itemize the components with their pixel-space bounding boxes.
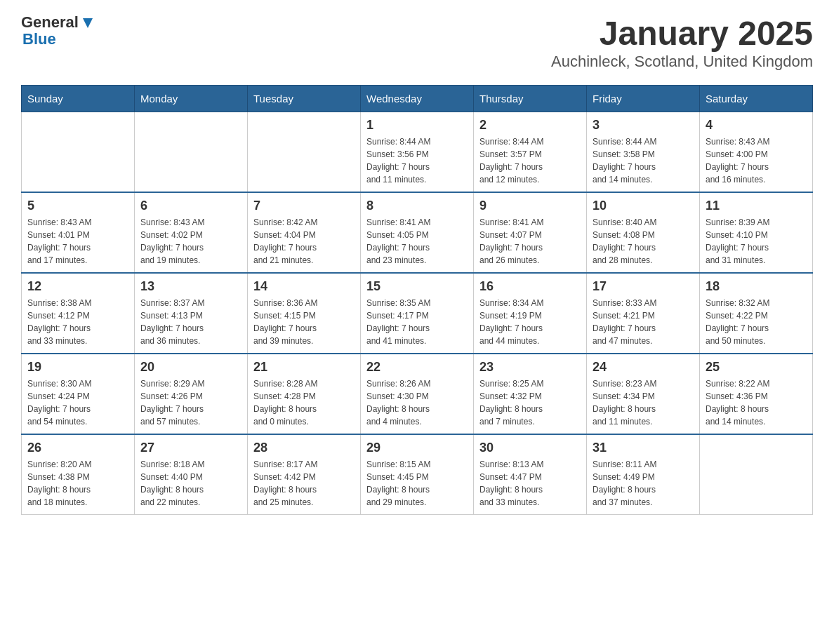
calendar-day-cell	[700, 434, 813, 515]
day-number: 29	[366, 441, 468, 455]
day-number: 5	[27, 199, 128, 213]
day-info: Sunrise: 8:44 AMSunset: 3:58 PMDaylight:…	[593, 135, 694, 186]
day-number: 13	[140, 279, 241, 294]
calendar-day-cell	[248, 112, 361, 193]
calendar-day-cell: 30Sunrise: 8:13 AMSunset: 4:47 PMDayligh…	[474, 434, 587, 515]
logo-triangle-icon	[80, 15, 95, 31]
calendar-week-row: 5Sunrise: 8:43 AMSunset: 4:01 PMDaylight…	[22, 192, 813, 273]
day-number: 26	[27, 441, 128, 455]
calendar-day-cell: 8Sunrise: 8:41 AMSunset: 4:05 PMDaylight…	[361, 192, 474, 273]
calendar-day-cell: 28Sunrise: 8:17 AMSunset: 4:42 PMDayligh…	[248, 434, 361, 515]
day-info: Sunrise: 8:39 AMSunset: 4:10 PMDaylight:…	[706, 216, 807, 267]
calendar-day-cell: 18Sunrise: 8:32 AMSunset: 4:22 PMDayligh…	[700, 273, 813, 354]
calendar-day-cell: 19Sunrise: 8:30 AMSunset: 4:24 PMDayligh…	[22, 354, 135, 434]
calendar-day-cell: 21Sunrise: 8:28 AMSunset: 4:28 PMDayligh…	[248, 354, 361, 434]
day-info: Sunrise: 8:43 AMSunset: 4:01 PMDaylight:…	[27, 216, 128, 267]
day-info: Sunrise: 8:13 AMSunset: 4:47 PMDaylight:…	[479, 458, 581, 509]
day-number: 11	[706, 199, 807, 213]
day-info: Sunrise: 8:42 AMSunset: 4:04 PMDaylight:…	[253, 216, 355, 267]
calendar-day-header: Saturday	[700, 86, 813, 112]
day-info: Sunrise: 8:15 AMSunset: 4:45 PMDaylight:…	[366, 458, 468, 509]
calendar-day-header: Sunday	[22, 86, 135, 112]
calendar-day-cell: 4Sunrise: 8:43 AMSunset: 4:00 PMDaylight…	[700, 112, 813, 193]
calendar-day-header: Tuesday	[248, 86, 361, 112]
day-info: Sunrise: 8:35 AMSunset: 4:17 PMDaylight:…	[366, 297, 468, 347]
calendar-day-header: Wednesday	[361, 86, 474, 112]
calendar-day-cell: 16Sunrise: 8:34 AMSunset: 4:19 PMDayligh…	[474, 273, 587, 354]
calendar-day-cell: 29Sunrise: 8:15 AMSunset: 4:45 PMDayligh…	[361, 434, 474, 515]
svg-marker-0	[83, 18, 93, 28]
calendar-day-cell: 11Sunrise: 8:39 AMSunset: 4:10 PMDayligh…	[700, 192, 813, 273]
calendar-day-cell: 2Sunrise: 8:44 AMSunset: 3:57 PMDaylight…	[474, 112, 587, 193]
calendar-day-header: Monday	[135, 86, 248, 112]
day-info: Sunrise: 8:22 AMSunset: 4:36 PMDaylight:…	[706, 377, 807, 428]
logo: General Blue	[21, 14, 95, 48]
calendar-day-cell: 12Sunrise: 8:38 AMSunset: 4:12 PMDayligh…	[22, 273, 135, 354]
calendar-week-row: 26Sunrise: 8:20 AMSunset: 4:38 PMDayligh…	[22, 434, 813, 515]
day-number: 12	[27, 279, 128, 294]
day-number: 16	[479, 279, 581, 294]
day-number: 17	[593, 279, 694, 294]
calendar-day-cell: 9Sunrise: 8:41 AMSunset: 4:07 PMDaylight…	[474, 192, 587, 273]
day-number: 8	[366, 199, 468, 213]
day-info: Sunrise: 8:25 AMSunset: 4:32 PMDaylight:…	[479, 377, 581, 428]
day-number: 6	[140, 199, 241, 213]
calendar-day-cell: 31Sunrise: 8:11 AMSunset: 4:49 PMDayligh…	[587, 434, 700, 515]
day-number: 15	[366, 279, 468, 294]
day-info: Sunrise: 8:11 AMSunset: 4:49 PMDaylight:…	[593, 458, 694, 509]
day-number: 28	[253, 441, 355, 455]
calendar-day-cell: 13Sunrise: 8:37 AMSunset: 4:13 PMDayligh…	[135, 273, 248, 354]
day-number: 3	[593, 118, 694, 133]
calendar-day-cell: 26Sunrise: 8:20 AMSunset: 4:38 PMDayligh…	[22, 434, 135, 515]
calendar-header-row: SundayMondayTuesdayWednesdayThursdayFrid…	[22, 86, 813, 112]
calendar-day-cell: 6Sunrise: 8:43 AMSunset: 4:02 PMDaylight…	[135, 192, 248, 273]
logo-text-blue: Blue	[22, 31, 95, 48]
day-info: Sunrise: 8:40 AMSunset: 4:08 PMDaylight:…	[593, 216, 694, 267]
day-number: 14	[253, 279, 355, 294]
day-info: Sunrise: 8:17 AMSunset: 4:42 PMDaylight:…	[253, 458, 355, 509]
day-number: 4	[706, 118, 807, 133]
logo-text-general: General	[21, 14, 79, 31]
calendar-day-cell: 5Sunrise: 8:43 AMSunset: 4:01 PMDaylight…	[22, 192, 135, 273]
day-info: Sunrise: 8:28 AMSunset: 4:28 PMDaylight:…	[253, 377, 355, 428]
day-info: Sunrise: 8:18 AMSunset: 4:40 PMDaylight:…	[140, 458, 241, 509]
day-number: 22	[366, 360, 468, 375]
day-info: Sunrise: 8:41 AMSunset: 4:07 PMDaylight:…	[479, 216, 581, 267]
calendar-day-cell: 1Sunrise: 8:44 AMSunset: 3:56 PMDaylight…	[361, 112, 474, 193]
day-info: Sunrise: 8:37 AMSunset: 4:13 PMDaylight:…	[140, 297, 241, 347]
calendar-day-cell: 25Sunrise: 8:22 AMSunset: 4:36 PMDayligh…	[700, 354, 813, 434]
calendar-week-row: 1Sunrise: 8:44 AMSunset: 3:56 PMDaylight…	[22, 112, 813, 193]
calendar-day-cell: 15Sunrise: 8:35 AMSunset: 4:17 PMDayligh…	[361, 273, 474, 354]
calendar-day-cell	[135, 112, 248, 193]
calendar-day-cell: 22Sunrise: 8:26 AMSunset: 4:30 PMDayligh…	[361, 354, 474, 434]
day-number: 24	[593, 360, 694, 375]
day-info: Sunrise: 8:44 AMSunset: 3:56 PMDaylight:…	[366, 135, 468, 186]
day-number: 30	[479, 441, 581, 455]
day-info: Sunrise: 8:38 AMSunset: 4:12 PMDaylight:…	[27, 297, 128, 347]
day-info: Sunrise: 8:36 AMSunset: 4:15 PMDaylight:…	[253, 297, 355, 347]
calendar-week-row: 19Sunrise: 8:30 AMSunset: 4:24 PMDayligh…	[22, 354, 813, 434]
day-info: Sunrise: 8:23 AMSunset: 4:34 PMDaylight:…	[593, 377, 694, 428]
day-number: 1	[366, 118, 468, 133]
calendar-day-cell: 24Sunrise: 8:23 AMSunset: 4:34 PMDayligh…	[587, 354, 700, 434]
calendar-day-cell: 14Sunrise: 8:36 AMSunset: 4:15 PMDayligh…	[248, 273, 361, 354]
day-info: Sunrise: 8:44 AMSunset: 3:57 PMDaylight:…	[479, 135, 581, 186]
page-header: General Blue January 2025 Auchinleck, Sc…	[21, 14, 813, 71]
calendar-day-cell: 27Sunrise: 8:18 AMSunset: 4:40 PMDayligh…	[135, 434, 248, 515]
calendar-day-header: Thursday	[474, 86, 587, 112]
calendar-day-cell: 3Sunrise: 8:44 AMSunset: 3:58 PMDaylight…	[587, 112, 700, 193]
day-number: 10	[593, 199, 694, 213]
calendar-week-row: 12Sunrise: 8:38 AMSunset: 4:12 PMDayligh…	[22, 273, 813, 354]
calendar-day-cell	[22, 112, 135, 193]
day-info: Sunrise: 8:32 AMSunset: 4:22 PMDaylight:…	[706, 297, 807, 347]
day-number: 27	[140, 441, 241, 455]
day-number: 23	[479, 360, 581, 375]
day-info: Sunrise: 8:29 AMSunset: 4:26 PMDaylight:…	[140, 377, 241, 428]
calendar-day-header: Friday	[587, 86, 700, 112]
calendar-table: SundayMondayTuesdayWednesdayThursdayFrid…	[21, 85, 813, 515]
day-number: 31	[593, 441, 694, 455]
day-info: Sunrise: 8:43 AMSunset: 4:00 PMDaylight:…	[706, 135, 807, 186]
title-block: January 2025 Auchinleck, Scotland, Unite…	[551, 14, 813, 71]
day-number: 21	[253, 360, 355, 375]
day-number: 7	[253, 199, 355, 213]
